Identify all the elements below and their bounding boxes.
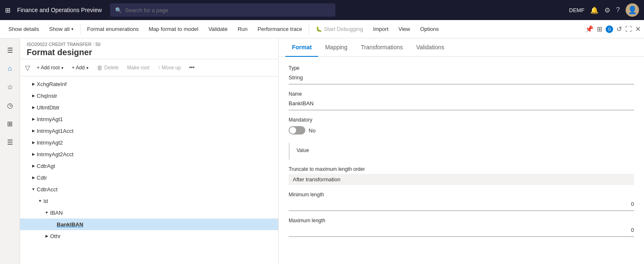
expand-icon: ▶: [30, 116, 37, 122]
tree-panel: ISO20022 CREDIT TRANSFER : 50 Format des…: [20, 38, 279, 264]
more-button[interactable]: •••: [186, 61, 198, 74]
min-length-label: Minimum length: [289, 192, 634, 198]
type-value: String: [289, 73, 634, 84]
mandatory-value: No: [309, 127, 316, 134]
notification-badge[interactable]: 0: [606, 25, 613, 33]
map-format-button[interactable]: Map format to model: [143, 20, 203, 38]
search-box[interactable]: 🔍: [110, 3, 335, 17]
make-root-button[interactable]: Make root: [124, 61, 153, 74]
fullscreen-icon[interactable]: ⛶: [625, 25, 632, 33]
expand-icon[interactable]: ⊞: [597, 25, 602, 33]
value-divider: [289, 143, 290, 160]
tree-item[interactable]: ▶ IntrmyAgt1: [20, 113, 278, 125]
validate-button[interactable]: Validate: [204, 20, 233, 38]
show-details-button[interactable]: Show details: [3, 20, 44, 38]
options-button[interactable]: Options: [415, 20, 444, 38]
expand-icon: ▼: [43, 209, 50, 216]
move-up-button[interactable]: ↑ Move up: [154, 61, 184, 74]
max-length-field: Maximum length 0: [289, 218, 634, 237]
add-chevron: ▾: [86, 66, 88, 70]
tree-item[interactable]: ▶ UltmtDbtr: [20, 102, 278, 113]
mandatory-toggle[interactable]: [289, 126, 305, 135]
sidebar-item-list[interactable]: ☰: [2, 134, 18, 150]
sidebar-item-clock[interactable]: ◷: [2, 97, 18, 114]
import-button[interactable]: Import: [368, 20, 393, 38]
add-button[interactable]: + Add ▾: [68, 61, 92, 74]
item-label: ChqInstr: [37, 93, 57, 99]
expand-icon: [50, 221, 57, 228]
item-label: IntrmyAgt1Acct: [37, 128, 73, 134]
tab-transformations[interactable]: Transformations: [354, 38, 410, 57]
item-label: CdtrAgt: [37, 163, 55, 169]
sidebar-item-table[interactable]: ⊞: [2, 115, 18, 132]
run-button[interactable]: Run: [233, 20, 253, 38]
tree-item[interactable]: ▶ IntrmyAgt1Acct: [20, 125, 278, 137]
tab-format[interactable]: Format: [285, 38, 318, 57]
tree-item[interactable]: ▶ Othr: [20, 230, 278, 242]
help-icon[interactable]: ?: [616, 6, 620, 14]
tree-item-selected[interactable]: BankIBAN: [20, 218, 278, 230]
name-value: BankIBAN: [289, 99, 634, 110]
tab-validations[interactable]: Validations: [410, 38, 451, 57]
start-debugging-button[interactable]: 🐛 Start Debugging: [311, 20, 368, 38]
search-input[interactable]: [125, 7, 330, 13]
format-enumerations-button[interactable]: Format enumerations: [82, 20, 144, 38]
item-label: UltmtDbtr: [37, 104, 60, 111]
expand-icon: ▶: [30, 139, 37, 146]
show-all-label: Show all: [49, 26, 70, 32]
show-all-button[interactable]: Show all ▾: [44, 20, 78, 38]
expand-icon: ▶: [43, 233, 50, 239]
tree-item[interactable]: ▶ CdtrAgt: [20, 160, 278, 172]
right-panel: Format Mapping Transformations Validatio…: [279, 38, 644, 264]
delete-icon: 🗑: [97, 64, 103, 71]
min-length-value: 0: [289, 199, 634, 211]
max-length-label: Maximum length: [289, 218, 634, 223]
item-label: IBAN: [50, 210, 63, 216]
close-icon[interactable]: ✕: [635, 25, 641, 33]
item-label: Othr: [50, 233, 60, 239]
sidebar-item-star[interactable]: ☆: [2, 79, 18, 95]
tree-toolbar: ▽ + Add root ▾ + Add ▾ 🗑 Delete Make roo…: [20, 59, 278, 76]
delete-button[interactable]: 🗑 Delete: [93, 61, 122, 74]
command-bar: Show details Show all ▾ Format enumerati…: [0, 20, 644, 38]
main-layout: ☰ ⌂ ☆ ◷ ⊞ ☰ ISO20022 CREDIT TRANSFER : 5…: [0, 38, 644, 264]
tabs-bar: Format Mapping Transformations Validatio…: [279, 38, 644, 57]
tab-mapping[interactable]: Mapping: [318, 38, 354, 57]
sidebar-item-home[interactable]: ⌂: [2, 60, 18, 77]
view-button[interactable]: View: [393, 20, 415, 38]
value-section: Value: [289, 143, 634, 160]
tree-content: ▶ XchgRateInf ▶ ChqInstr ▶ UltmtDbtr ▶ I…: [20, 76, 278, 264]
tree-item[interactable]: ▼ IBAN: [20, 207, 278, 218]
performance-trace-button[interactable]: Performance trace: [253, 20, 307, 38]
tree-item[interactable]: ▶ Cdtr: [20, 172, 278, 183]
refresh-icon[interactable]: ↺: [616, 25, 622, 33]
tree-item[interactable]: ▼ Id: [20, 195, 278, 207]
add-root-chevron: ▾: [61, 66, 63, 70]
add-root-label: + Add root: [37, 65, 60, 71]
add-root-button[interactable]: + Add root ▾: [33, 61, 67, 74]
filter-icon[interactable]: ▽: [23, 62, 32, 74]
expand-icon: ▼: [30, 186, 37, 193]
search-icon: 🔍: [115, 7, 122, 13]
mandatory-label: Mandatory: [289, 117, 634, 123]
bell-icon[interactable]: 🔔: [590, 6, 599, 14]
avatar[interactable]: 👤: [626, 3, 639, 17]
gear-icon[interactable]: ⚙: [604, 6, 610, 14]
tree-item[interactable]: ▶ XchgRateInf: [20, 78, 278, 90]
tree-item[interactable]: ▶ ChqInstr: [20, 90, 278, 102]
tree-item[interactable]: ▶ IntrmyAgt2Acct: [20, 148, 278, 160]
page-title: Format designer: [27, 48, 272, 57]
expand-icon: ▶: [30, 174, 37, 181]
tree-item[interactable]: ▶ IntrmyAgt2: [20, 137, 278, 148]
item-label: Id: [43, 198, 48, 204]
truncate-value[interactable]: After transformation: [289, 174, 634, 185]
start-debugging-label: Start Debugging: [324, 26, 363, 32]
grid-icon[interactable]: ⊞: [5, 6, 10, 14]
sidebar-hamburger[interactable]: ☰: [2, 42, 18, 58]
breadcrumb: ISO20022 CREDIT TRANSFER : 50: [27, 42, 272, 47]
expand-icon: ▶: [30, 162, 37, 169]
pin-icon[interactable]: 📌: [585, 25, 594, 33]
tree-item[interactable]: ▼ CdtrAcct: [20, 183, 278, 195]
name-field: Name BankIBAN: [289, 91, 634, 110]
delete-label: Delete: [104, 65, 119, 71]
